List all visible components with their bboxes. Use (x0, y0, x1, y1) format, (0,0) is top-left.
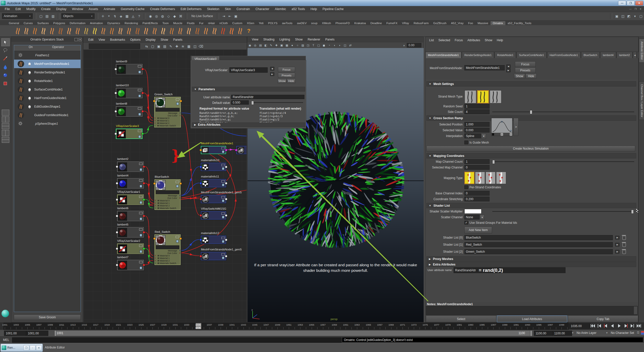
file-icon-1[interactable]: ▤ (44, 13, 50, 19)
slider-track[interactable] (492, 211, 634, 212)
page-icon[interactable] (140, 250, 142, 253)
field-x-interpolation[interactable]: Spline (464, 134, 481, 138)
socket-out[interactable] (180, 194, 180, 197)
viewport-tool-icon-10[interactable]: ▨ (300, 42, 305, 48)
exposure-field[interactable]: 0.00 (407, 43, 421, 48)
extra-attributes-section-header[interactable]: ▶ Extra Attributes (192, 122, 305, 127)
float-panel-icon[interactable] (74, 38, 78, 41)
step-back-key-button[interactable] (603, 323, 609, 329)
menu-x-create-deformers[interactable]: Create Deformers (147, 7, 178, 11)
pin-icon[interactable] (138, 65, 141, 67)
shelf-tab-x-awdev[interactable]: awDEV (295, 21, 309, 25)
viewport-tool-icon-3[interactable]: ◧ (263, 42, 268, 48)
attr-row-x-materials-switch[interactable]: ▦Materials Switch (155, 207, 180, 209)
snap-icon-6[interactable]: ? (136, 13, 142, 19)
ornatrix-ball-icon[interactable] (2, 310, 9, 317)
paint-select-tool-icon[interactable] (1, 55, 9, 62)
socket-out[interactable] (180, 112, 180, 114)
operator-row-x-feathers1[interactable]: Feathers1 (14, 51, 80, 60)
section-x-mesh-settings[interactable]: ▼Mesh Settings (426, 81, 636, 86)
enabled-bulb-icon[interactable] (28, 63, 31, 65)
shelf-tab-x-gozbrush[interactable]: GoZBrush (431, 21, 449, 25)
field-x-scatter-channel[interactable]: None (464, 215, 479, 219)
ornatrix-shelf-tool-icon-2[interactable] (31, 26, 39, 36)
pin-icon[interactable] (221, 164, 225, 166)
viewport-menu-x-panels[interactable]: Panels (323, 38, 337, 41)
panel-restore-icon[interactable]: ❐ (633, 8, 638, 10)
operator-row-x-psphereshape1[interactable]: pSphereShape1 (14, 119, 80, 128)
animation-start-field[interactable]: 1001.00 (4, 331, 26, 336)
socket-in[interactable] (155, 119, 155, 122)
button-x-create-nucleus-simulation[interactable]: Create Nucleus Simulation (426, 146, 635, 152)
current-time-field[interactable]: 1035.00 (569, 323, 591, 329)
sidebar-toggle-icon-0[interactable]: ▣ (614, 13, 620, 19)
node-x-vrayuserscalar1[interactable]: VRayUserScalar1 (117, 194, 144, 205)
history-icon-2[interactable]: ◍ (160, 13, 165, 19)
ornatrix-shelf-tool-icon-11[interactable] (108, 26, 116, 36)
shelf-tab-x-deadline[interactable]: Deadline (368, 21, 384, 25)
range-slider[interactable]: 1001.00 1001.00 1001 1100 1100.00 1100.0… (0, 330, 644, 336)
attr-row-x-material-1[interactable]: ▦Material 1 (155, 202, 180, 204)
dialog-show-button[interactable]: Show (277, 78, 287, 83)
user-attribute-name-field[interactable]: RandStrandAttr (231, 95, 304, 99)
socket-in[interactable] (155, 124, 155, 127)
node-editor-tool-icon-3[interactable]: ▤ (162, 43, 168, 49)
menu-x-character[interactable]: Character (253, 7, 272, 11)
ornatrix-shelf-tool-icon-12[interactable] (116, 26, 125, 36)
separator[interactable] (144, 13, 146, 19)
ae-tab-x-lambert4[interactable]: lambert4 (600, 52, 616, 58)
dialog-presets-button[interactable]: Presets (278, 73, 295, 78)
node-editor-tool-icon-6[interactable]: ≋ (180, 43, 186, 49)
node-editor-tool-icon-7[interactable]: ▦ (186, 43, 192, 49)
sidebar-toggle-icon-1[interactable]: ◫ (620, 13, 626, 19)
default-value-slider[interactable] (251, 102, 303, 103)
viewport-tool-icon-17[interactable]: ◗ (337, 42, 342, 48)
snap-icon-1[interactable]: ⌖ (106, 13, 112, 19)
history-icon-1[interactable]: ◎ (154, 13, 159, 19)
chip-box-icon[interactable]: ▫ (30, 345, 35, 350)
page-icon[interactable] (222, 216, 224, 218)
checkbox-x-per-strand-coordinates[interactable] (464, 185, 468, 189)
shelf-tab-x-rebusfarm[interactable]: RebusFarm (411, 21, 431, 25)
node-x-lambert6[interactable]: lambert6 (117, 210, 144, 222)
separator[interactable] (34, 13, 36, 19)
attr-row-x-materials-switch[interactable]: ▦Materials Switch (155, 124, 180, 127)
socket-out[interactable] (225, 198, 227, 200)
socket-in[interactable] (155, 117, 155, 119)
page-icon[interactable] (138, 95, 141, 97)
enabled-bulb-icon[interactable] (28, 71, 31, 74)
ornatrix-shelf-tool-icon-15[interactable] (142, 26, 150, 36)
pin-icon[interactable] (221, 180, 225, 183)
panel-close-icon[interactable]: ✕ (638, 8, 644, 10)
shelf-tab-x-xgen[interactable]: XGen (245, 21, 256, 25)
menu-x-skeleton[interactable]: Skeleton (204, 7, 222, 11)
socket-top-right[interactable] (179, 182, 182, 185)
node-editor-menu-x-options[interactable]: Options (128, 38, 143, 41)
connect-icon[interactable]: ► (615, 236, 619, 239)
move-tool-icon[interactable] (1, 71, 9, 79)
socket-in[interactable] (199, 149, 202, 151)
page-icon[interactable] (176, 102, 179, 105)
viewport-tool-icon-12[interactable]: T (311, 42, 316, 48)
viewport-tool-icon-4[interactable]: ✎ (269, 42, 273, 48)
node-editor-tool-icon-5[interactable]: ✚ (174, 43, 180, 49)
slider-handle[interactable] (492, 160, 495, 164)
socket-in[interactable] (116, 231, 118, 234)
page-icon[interactable] (140, 168, 142, 171)
node-editor-tool-icon-8[interactable]: ◫ (192, 43, 198, 49)
file-icon-0[interactable]: ▢ (38, 13, 44, 19)
socket-in[interactable] (114, 133, 117, 135)
ae-menu-x-focus[interactable]: Focus (452, 38, 465, 42)
attr-row-x-message[interactable]: Message (155, 249, 180, 252)
field-x-coordinate-stretching[interactable]: 0.200 (464, 197, 490, 201)
lasso-tool-icon[interactable] (1, 47, 9, 54)
viewport-tool-icon-16[interactable]: ◖ (332, 42, 337, 48)
page-icon[interactable] (138, 113, 141, 116)
menu-x-window[interactable]: Window (69, 7, 86, 11)
delete-item-icon[interactable] (622, 236, 626, 240)
viewport-tool-icon-11[interactable]: ◳ (306, 42, 310, 48)
socket-out[interactable] (143, 231, 145, 234)
socket-out[interactable] (225, 255, 227, 257)
shelf-tab-x-deformation[interactable]: Deformation (67, 21, 88, 25)
socket-in[interactable] (116, 198, 118, 201)
